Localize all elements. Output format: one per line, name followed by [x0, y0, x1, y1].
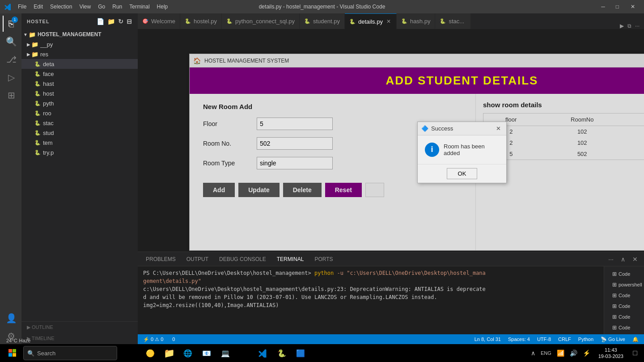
taskbar-app-python[interactable]: 🐍 [273, 344, 291, 362]
dialog-close-button[interactable]: ✕ [494, 125, 503, 132]
sidebar-item-label: host [43, 90, 54, 97]
status-eol[interactable]: CRLF [556, 337, 573, 342]
dialog-ok-button[interactable]: OK [447, 168, 478, 179]
menu-view[interactable]: View [76, 3, 93, 11]
sidebar-item-tem[interactable]: 🐍 tem [21, 138, 138, 147]
panel-label: powershell [619, 282, 642, 287]
taskbar-clock[interactable]: 11:43 19-03-2023 [595, 347, 627, 359]
sidebar-item-pyfiles[interactable]: ▶ 📁 __py [21, 39, 138, 49]
collapse-icon[interactable]: ⊟ [127, 18, 132, 25]
tab-details[interactable]: 🐍 details.py ✕ [345, 13, 397, 29]
sidebar-item-stac[interactable]: 🐍 stac [21, 118, 138, 128]
more-icon[interactable]: ··· [635, 23, 640, 29]
activity-extensions[interactable]: ⊞ [3, 87, 19, 103]
sidebar-item-stud[interactable]: 🐍 stud [21, 128, 138, 138]
tab-stac[interactable]: 🐍 stac... [435, 13, 471, 29]
sidebar-item-hash[interactable]: 🐍 hast [21, 79, 138, 88]
terminal-more-icon[interactable]: ··· [606, 255, 615, 264]
split-editor-icon[interactable]: ⧉ [627, 23, 631, 29]
tab-hostel[interactable]: 🐍 hostel.py [180, 13, 222, 29]
language-text: Python [578, 337, 593, 342]
start-button[interactable] [4, 345, 21, 361]
tab-output[interactable]: OUTPUT [183, 254, 212, 264]
menu-terminal[interactable]: Terminal [127, 3, 152, 11]
sidebar-item-roo[interactable]: 🐍 roo [21, 108, 138, 118]
systray-wifi[interactable]: 📶 [555, 349, 566, 358]
taskbar-app-mail[interactable]: 📧 [198, 344, 216, 362]
tab-welcome[interactable]: 🎯 Welcome [138, 13, 180, 29]
sidebar-item-label: pyth [43, 100, 54, 107]
systray-eng[interactable]: ENG [539, 349, 553, 357]
taskbar-app-explorer[interactable]: 🏙 [123, 344, 140, 362]
menu-edit[interactable]: Edit [31, 3, 46, 11]
notification-button[interactable]: □ [630, 344, 640, 362]
outline-section[interactable]: ▶ OUTLINE [27, 324, 53, 330]
taskbar-app-chrome[interactable]: 🟡 [141, 344, 159, 362]
panel-code-item-2[interactable]: ⊞ Code [609, 290, 640, 300]
panel-code-item-5[interactable]: ⊞ Code [609, 323, 640, 333]
tab-python-connect[interactable]: 🐍 python_connect_sql.py [222, 13, 300, 29]
taskbar-search[interactable]: 🔍 Search [23, 346, 117, 360]
status-encoding[interactable]: UTF-8 [535, 337, 553, 342]
tab-terminal[interactable]: TERMINAL [273, 254, 308, 264]
close-button[interactable]: ✕ [626, 3, 640, 11]
panel-powershell-item[interactable]: ⊞ powershell [609, 280, 640, 290]
sidebar-item-hostel[interactable]: ▼ 📁 HOSTEL_MANAGEMENT [21, 29, 138, 39]
tab-student[interactable]: 🐍 student.py [300, 13, 345, 29]
sidebar-item-try[interactable]: 🐍 try.p [21, 147, 138, 157]
status-ln-col[interactable]: Ln 8, Col 31 [473, 337, 503, 342]
menu-selection[interactable]: Selection [47, 3, 75, 11]
taskbar-app-unknown[interactable]: 🟦 [292, 344, 309, 362]
systray-battery[interactable]: ⚡ [581, 349, 592, 358]
main-area: 🎯 Welcome 🐍 hostel.py 🐍 python_connect_s… [138, 13, 644, 344]
sidebar-item-pyth[interactable]: 🐍 pyth [21, 98, 138, 108]
sidebar-item-details[interactable]: 🐍 deta [21, 59, 138, 69]
tab-close-icon[interactable]: ✕ [386, 18, 392, 25]
taskbar-app-files[interactable]: 📁 [160, 344, 178, 362]
terminal-close-icon[interactable]: ✕ [631, 255, 640, 264]
taskbar-app-vscode[interactable] [254, 344, 272, 362]
status-golive[interactable]: 📡 Go Live [599, 337, 627, 342]
terminal-line-5: img2=img2.resize((100,40),Image.ANTIALIA… [143, 301, 598, 309]
taskbar-app-dell[interactable]: 💻 [216, 344, 234, 362]
tab-ports[interactable]: PORTS [311, 254, 336, 264]
menu-go[interactable]: Go [95, 3, 108, 11]
tab-debug-console[interactable]: DEBUG CONSOLE [216, 254, 270, 264]
activity-explorer[interactable]: ⎘ 1 [3, 16, 19, 32]
systray-expand[interactable]: ∧ [529, 349, 537, 358]
sidebar-item-res[interactable]: ▶ 📁 res [21, 49, 138, 59]
new-folder-icon[interactable]: 📁 [107, 18, 115, 25]
new-file-icon[interactable]: 📄 [97, 18, 105, 25]
menu-help[interactable]: Help [154, 3, 171, 11]
menu-file[interactable]: File [15, 3, 29, 11]
search-label: Search [37, 350, 55, 357]
panel-code-item-1[interactable]: ⊞ Code [609, 269, 640, 279]
activity-search[interactable]: 🔍 [3, 34, 19, 50]
terminal-body[interactable]: PS C:\Users\DELL\OneDrive\Desktop\hostel… [138, 266, 604, 334]
maximize-button[interactable]: □ [612, 3, 623, 11]
status-spaces[interactable]: Spaces: 4 [506, 337, 532, 342]
tab-hash[interactable]: 🐍 hash.py [397, 13, 436, 29]
activity-debug[interactable]: ▷ [3, 69, 19, 85]
hash-tab-icon: 🐍 [401, 18, 407, 24]
activity-account[interactable]: 👤 [3, 310, 19, 326]
tab-problems[interactable]: PROBLEMS [142, 254, 179, 264]
panel-code-item-3[interactable]: ⊞ Code [609, 301, 640, 311]
terminal-maximize-icon[interactable]: ∧ [619, 255, 627, 264]
sidebar-item-hostel[interactable]: 🐍 host [21, 88, 138, 98]
run-icon[interactable]: ▶ [620, 23, 624, 29]
panel-code-item-4[interactable]: ⊞ Code [609, 312, 640, 322]
status-notifications[interactable]: 🔔 [631, 337, 640, 342]
systray-volume[interactable]: 🔊 [568, 349, 579, 358]
status-errors[interactable]: ⚡ 0 ⚠ 0 [141, 337, 165, 342]
sidebar-item-face[interactable]: 🐍 face [21, 69, 138, 79]
minimize-button[interactable]: ─ [597, 3, 609, 11]
activity-source-control[interactable]: ⎇ [3, 51, 19, 67]
status-language[interactable]: Python [576, 337, 595, 342]
menu-run[interactable]: Run [110, 3, 125, 11]
taskbar-app-antivirus[interactable]: 🛡 [235, 344, 253, 362]
refresh-icon[interactable]: ↻ [118, 18, 124, 25]
taskbar-app-edge[interactable]: 🌐 [179, 344, 197, 362]
status-info[interactable]: 0 [170, 337, 177, 342]
notify-icon: □ [633, 349, 637, 357]
